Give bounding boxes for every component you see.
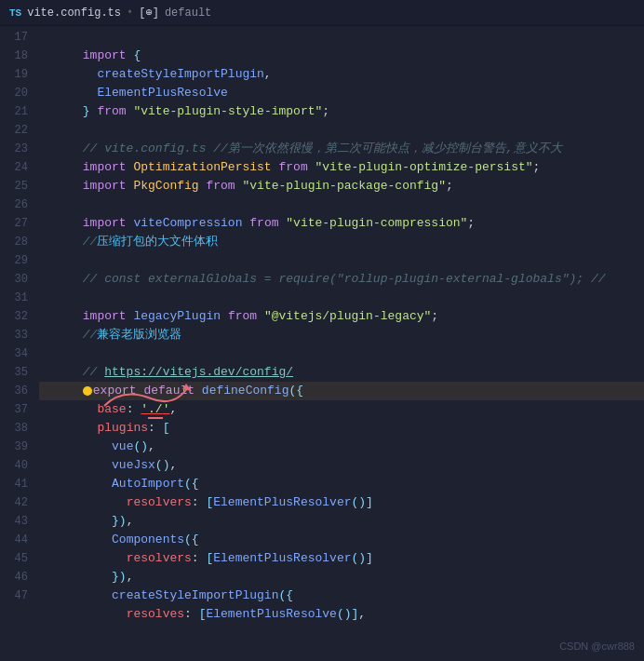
code-line-33: [39, 326, 644, 344]
code-line-43: Components({: [39, 512, 644, 531]
code-line-30: [39, 270, 644, 289]
line-numbers: 17 18 19 20 21 22 23 24 25 26 27 28 29 3…: [0, 26, 35, 661]
code-line-28: [39, 233, 644, 251]
line-num-19: 19: [7, 65, 28, 84]
code-line-44: resolvers: [ElementPlusResolver()]: [39, 531, 644, 549]
code-line-23: import OptimizationPersist from "vite-pl…: [39, 140, 644, 158]
line-num-29: 29: [7, 251, 28, 270]
line-num-45: 45: [7, 549, 28, 568]
code-line-26: import viteCompression from "vite-plugin…: [39, 196, 644, 214]
line-num-33: 33: [7, 326, 28, 344]
line-num-23: 23: [7, 140, 28, 158]
line-num-21: 21: [7, 102, 28, 121]
filename: vite.config.ts: [27, 7, 121, 20]
editor-area: 17 18 19 20 21 22 23 24 25 26 27 28 29 3…: [0, 26, 644, 661]
code-line-17: import {: [39, 28, 644, 47]
line-num-44: 44: [7, 531, 28, 549]
line-num-28: 28: [7, 233, 28, 251]
code-line-21: [39, 102, 644, 121]
code-line-19: ElementPlusResolve: [39, 65, 644, 84]
line-num-20: 20: [7, 84, 28, 102]
code-line-45: }),: [39, 549, 644, 568]
line-num-24: 24: [7, 158, 28, 177]
line-num-32: 32: [7, 307, 28, 326]
code-line-31: import legacyPlugin from "@vitejs/plugin…: [39, 289, 644, 307]
code-line-41: resolvers: [ElementPlusResolver()]: [39, 475, 644, 493]
code-line-35: export default defineConfig({: [39, 363, 644, 382]
line-num-37: 37: [7, 400, 28, 419]
line-num-43: 43: [7, 512, 28, 531]
code-line-40: AutoImport({: [39, 456, 644, 475]
code-line-37: plugins: [: [39, 400, 644, 419]
line-num-36: 36: [7, 382, 28, 400]
line-num-38: 38: [7, 419, 28, 438]
code-content: import { createStyleImportPlugin, Elemen…: [35, 26, 644, 661]
code-line-42: }),: [39, 493, 644, 512]
code-line-18: createStyleImportPlugin,: [39, 47, 644, 65]
code-line-39: vueJsx(),: [39, 438, 644, 456]
ts-icon: TS: [9, 7, 21, 19]
line-num-31: 31: [7, 289, 28, 307]
code-line-36: base: './',: [39, 382, 644, 400]
code-line-29: // const externalGlobals = require("roll…: [39, 251, 644, 270]
separator: •: [127, 7, 133, 20]
code-line-47: resolves: [ElementPlusResolve()],: [39, 587, 644, 605]
line-num-42: 42: [7, 493, 28, 512]
code-line-46: createStyleImportPlugin({: [39, 568, 644, 587]
code-line-20: } from "vite-plugin-style-import";: [39, 84, 644, 102]
line-num-41: 41: [7, 475, 28, 493]
line-num-25: 25: [7, 177, 28, 196]
title-bar: TS vite.config.ts • [⊕] default: [0, 0, 644, 26]
code-line-38: vue(),: [39, 419, 644, 438]
bracket-icon: [⊕]: [139, 6, 159, 20]
code-line-24: import PkgConfig from "vite-plugin-packa…: [39, 158, 644, 177]
code-line-22: // vite.config.ts //第一次依然很慢，第二次可能快点，减少控制…: [39, 121, 644, 140]
watermark: CSDN @cwr888: [559, 641, 635, 652]
line-num-27: 27: [7, 214, 28, 233]
line-num-35: 35: [7, 363, 28, 382]
line-num-40: 40: [7, 456, 28, 475]
line-num-39: 39: [7, 438, 28, 456]
line-num-18: 18: [7, 47, 28, 65]
code-line-34: // https://vitejs.dev/config/: [39, 344, 644, 363]
line-num-26: 26: [7, 196, 28, 214]
code-line-32: //兼容老版浏览器: [39, 307, 644, 326]
line-num-22: 22: [7, 121, 28, 140]
svg-marker-0: [182, 384, 192, 391]
line-num-17: 17: [7, 28, 28, 47]
line-num-30: 30: [7, 270, 28, 289]
code-line-27: //压缩打包的大文件体积: [39, 214, 644, 233]
line-num-34: 34: [7, 344, 28, 363]
export-label: default: [165, 7, 211, 20]
line-num-47: 47: [7, 587, 28, 605]
code-line-25: [39, 177, 644, 196]
line-num-46: 46: [7, 568, 28, 587]
